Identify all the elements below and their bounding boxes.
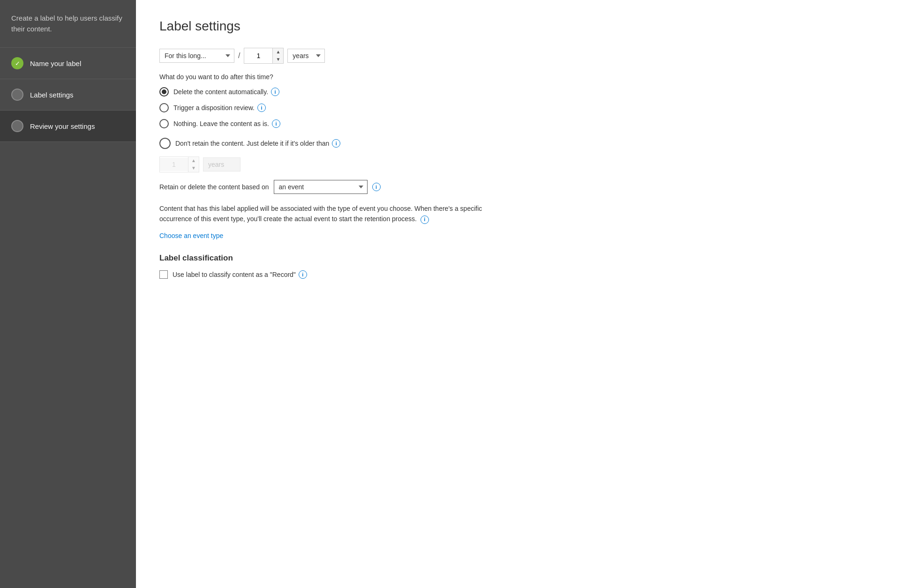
radio-delete-automatically[interactable] [159,87,169,97]
retain-label-text: Retain or delete the content based on [159,183,269,191]
info-icon-record[interactable]: i [299,270,307,279]
main-content: Label settings For this long... / ▲ ▼ ye… [136,0,924,588]
sidebar-item-name-your-label[interactable]: ✓ Name your label [0,48,136,79]
radio-option-trigger-disposition[interactable]: Trigger a disposition review. i [159,103,901,112]
disabled-duration-input [160,158,188,171]
radio-label-trigger-disposition: Trigger a disposition review. i [173,104,266,112]
sidebar-item-icon-name-your-label: ✓ [11,57,23,69]
info-icon-retain[interactable]: i [372,183,381,191]
slash-divider: / [238,52,240,60]
spinner-buttons: ▲ ▼ [272,48,283,63]
radio-nothing[interactable] [159,119,169,128]
sidebar-item-label-name-your-label: Name your label [30,60,81,67]
radio-dont-retain[interactable] [159,138,171,149]
radio-option-nothing[interactable]: Nothing. Leave the content as is. i [159,119,901,128]
years-select-top[interactable]: years [287,49,325,63]
sidebar-item-label-label-settings: Label settings [30,91,74,99]
sidebar-item-label-review-settings: Review your settings [30,122,95,130]
spinner-up-button[interactable]: ▲ [273,48,283,56]
disabled-spinner-row: ▲ ▼ years [159,156,901,172]
sidebar-item-review-settings[interactable]: Review your settings [0,111,136,142]
radio-label-delete-automatically: Delete the content automatically. i [173,88,279,96]
sidebar: Create a label to help users classify th… [0,0,136,588]
sidebar-item-label-settings[interactable]: Label settings [0,79,136,111]
disabled-spinner-down: ▼ [188,164,199,172]
info-icon-dont-retain[interactable]: i [332,139,340,148]
for-this-long-select[interactable]: For this long... [159,49,234,63]
record-checkbox[interactable] [159,270,168,279]
disabled-years-select: years [203,157,240,171]
disabled-duration-spinner: ▲ ▼ [159,156,199,172]
radio-trigger-disposition[interactable] [159,103,169,112]
sidebar-header-text: Create a label to help users classify th… [11,14,122,33]
record-checkbox-row: Use label to classify content as a "Reco… [159,270,901,279]
info-icon-nothing[interactable]: i [272,119,280,128]
info-icon-description[interactable]: i [421,216,429,224]
event-type-select[interactable]: an event [274,180,368,194]
record-checkbox-label: Use label to classify content as a "Reco… [173,270,307,279]
disabled-spinner-up: ▲ [188,157,199,164]
retention-period-row: For this long... / ▲ ▼ years [159,48,901,64]
duration-spinner[interactable]: ▲ ▼ [244,48,284,64]
info-icon-delete[interactable]: i [271,88,279,96]
info-icon-trigger[interactable]: i [257,104,266,112]
radio-label-dont-retain: Don't retain the content. Just delete it… [175,139,340,148]
event-description: Content that has this label applied will… [159,203,488,224]
action-radio-group: Delete the content automatically. i Trig… [159,87,901,128]
spinner-down-button[interactable]: ▼ [273,56,283,63]
duration-input[interactable] [244,49,272,62]
radio-option-dont-retain[interactable]: Don't retain the content. Just delete it… [159,138,901,149]
sidebar-item-icon-review-settings [11,120,23,132]
choose-event-type-link[interactable]: Choose an event type [159,232,223,239]
checkmark-icon: ✓ [15,60,20,67]
radio-label-nothing: Nothing. Leave the content as is. i [173,119,280,128]
question-text: What do you want to do after this time? [159,73,901,81]
label-classification-title: Label classification [159,253,901,263]
page-title: Label settings [159,19,901,34]
radio-option-delete-automatically[interactable]: Delete the content automatically. i [159,87,901,97]
sidebar-item-icon-label-settings [11,89,23,101]
retain-delete-row: Retain or delete the content based on an… [159,180,901,194]
disabled-spinner-buttons: ▲ ▼ [188,157,199,172]
sidebar-header: Create a label to help users classify th… [0,0,136,48]
